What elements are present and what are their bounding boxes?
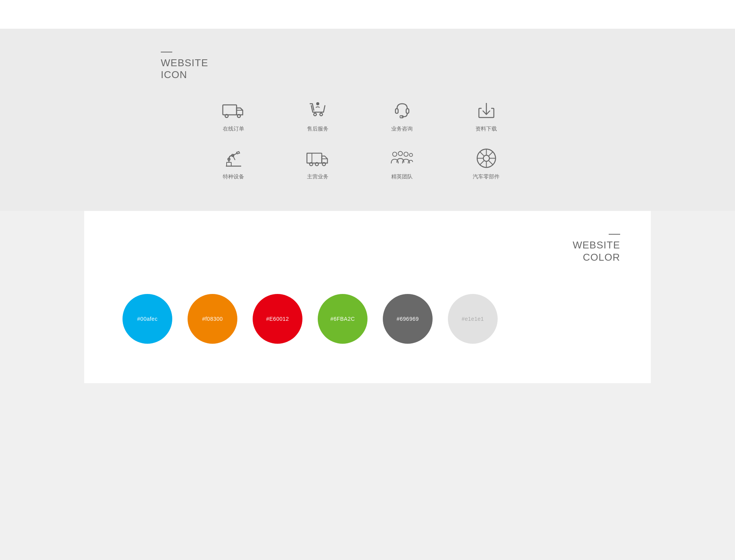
color-section-title-text: WEBSITECOLOR (115, 239, 620, 263)
svg-line-37 (489, 152, 493, 156)
svg-point-25 (393, 152, 397, 157)
robot-arm-icon (222, 148, 245, 169)
big-truck-icon (306, 148, 329, 169)
cart-icon (306, 100, 329, 121)
svg-point-5 (316, 102, 319, 105)
icons-row-2: 特种设备 主营业务 (191, 148, 574, 180)
svg-point-26 (398, 152, 402, 156)
download-icon (475, 100, 498, 121)
svg-point-6 (314, 113, 316, 116)
truck-icon (222, 100, 245, 121)
color-circle-gray-light: #e1e1e1 (448, 294, 498, 344)
wheel-icon (475, 148, 498, 169)
color-section-wrapper: WEBSITECOLOR #00afec #f08300 #E60012 #6F… (0, 211, 735, 383)
color-label-orange: #f08300 (202, 316, 223, 322)
elite-team-label: 精英团队 (391, 173, 413, 180)
color-label-green: #6FBA2C (330, 316, 355, 322)
svg-rect-0 (223, 105, 237, 115)
color-label-blue: #00afec (137, 316, 157, 322)
svg-rect-8 (395, 109, 398, 113)
icon-section: WEBSITEICON 在线订单 (0, 29, 735, 211)
icon-item-business-consult: 业务咨询 (360, 100, 444, 132)
svg-line-36 (489, 161, 493, 165)
color-circle-blue: #00afec (122, 294, 172, 344)
color-label-gray-dark: #696969 (397, 316, 419, 322)
business-consult-label: 业务咨询 (391, 126, 413, 132)
team-icon (390, 148, 413, 169)
icon-item-special-equipment: 特种设备 (191, 148, 276, 180)
svg-point-7 (320, 113, 322, 116)
headset-icon (390, 100, 413, 121)
color-circles: #00afec #f08300 #E60012 #6FBA2C #696969 … (115, 294, 620, 344)
svg-line-38 (480, 161, 484, 165)
color-label-red: #E60012 (266, 316, 289, 322)
color-label-gray-light: #e1e1e1 (462, 316, 484, 322)
icon-section-title-text: WEBSITEICON (161, 57, 574, 81)
auto-parts-label: 汽车零部件 (473, 173, 500, 180)
title-line (161, 52, 172, 52)
icons-grid: 在线订单 售后服务 (191, 100, 574, 180)
online-order-label: 在线订单 (223, 126, 244, 132)
icon-item-elite-team: 精英团队 (360, 148, 444, 180)
special-equipment-label: 特种设备 (223, 173, 244, 180)
top-bar (0, 0, 735, 29)
icon-item-download: 资料下载 (444, 100, 528, 132)
icons-row-1: 在线订单 售后服务 (191, 100, 574, 132)
color-title-line (609, 234, 620, 235)
color-circle-green: #6FBA2C (318, 294, 368, 344)
color-circle-gray-dark: #696969 (383, 294, 433, 344)
icon-section-title: WEBSITEICON (161, 52, 574, 81)
color-section-title: WEBSITECOLOR (115, 234, 620, 263)
icon-item-auto-parts: 汽车零部件 (444, 148, 528, 180)
icon-item-main-business: 主营业务 (276, 148, 360, 180)
bottom-area (0, 383, 735, 460)
color-circle-orange: #f08300 (188, 294, 237, 344)
svg-rect-21 (307, 153, 312, 163)
svg-point-30 (483, 155, 489, 162)
color-section: WEBSITECOLOR #00afec #f08300 #E60012 #6F… (84, 211, 651, 383)
download-label: 资料下载 (475, 126, 497, 132)
svg-point-28 (409, 153, 412, 157)
svg-rect-13 (227, 162, 231, 166)
main-business-label: 主营业务 (307, 173, 328, 180)
svg-rect-19 (307, 153, 322, 163)
svg-line-35 (480, 152, 484, 156)
svg-rect-9 (406, 109, 409, 113)
after-sales-label: 售后服务 (307, 126, 328, 132)
color-circle-red: #E60012 (253, 294, 302, 344)
svg-point-27 (404, 152, 408, 157)
icon-item-after-sales: 售后服务 (276, 100, 360, 132)
icon-item-online-order: 在线订单 (191, 100, 276, 132)
